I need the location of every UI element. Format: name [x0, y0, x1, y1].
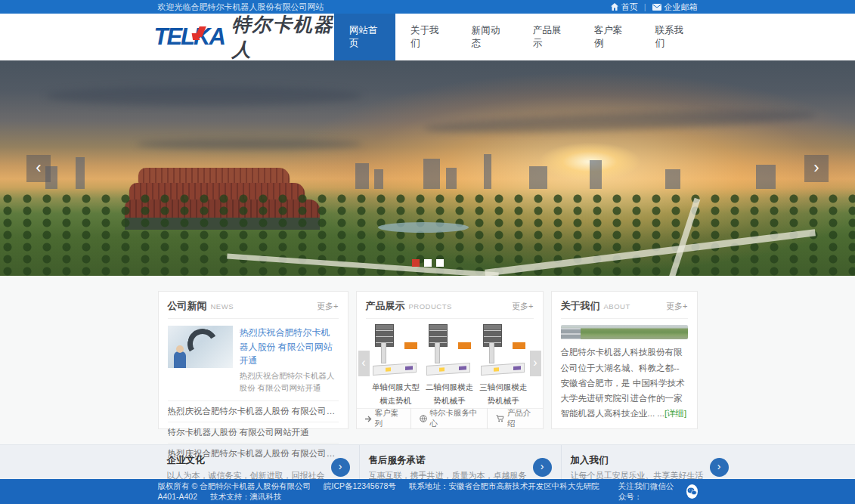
feature-arrow-button[interactable]: ›: [710, 458, 729, 477]
worker-graphic: [174, 351, 186, 368]
news-featured-desc: 热烈庆祝合肥特尔卡机器人股份 有限公司网站开通: [240, 370, 339, 394]
wechat-icon[interactable]: [686, 484, 698, 499]
news-more-link[interactable]: 更多+: [317, 301, 338, 312]
about-title-en: ABOUT: [604, 302, 630, 311]
cart-icon: [496, 415, 504, 422]
news-featured-item[interactable]: 热烈庆祝合肥特尔卡机器人股份 有限公司网站开通 热烈庆祝合肥特尔卡机器人股份 有…: [168, 319, 339, 399]
slider-dot-2[interactable]: [424, 259, 432, 267]
globe-icon: [420, 415, 427, 422]
product-name: 单轴伺服大型横走势机: [372, 381, 420, 408]
hero-next-arrow[interactable]: ›: [804, 155, 829, 182]
service-center-link[interactable]: 特尔卡服务中心: [410, 408, 487, 429]
feature-arrow-button[interactable]: ›: [533, 458, 552, 477]
products-title-cn: 产品展示: [366, 299, 405, 313]
product-image: [372, 324, 419, 377]
nav-item-products[interactable]: 产品展示: [518, 14, 579, 60]
about-card-header: 关于我们 ABOUT 更多+: [561, 299, 688, 319]
hero-cloud: [136, 139, 363, 150]
news-title-cn: 公司新闻: [168, 299, 207, 313]
product-intro-link[interactable]: 产品介绍: [487, 408, 543, 429]
product-item-2[interactable]: 二轴伺服横走势机械手: [426, 324, 473, 408]
hero-lake: [378, 222, 469, 233]
about-card: 关于我们 ABOUT 更多+ 合肥特尔卡机器人科技股份有限公司位于大湖名城、科教…: [551, 291, 698, 429]
news-title-en: NEWS: [211, 302, 234, 311]
footer-support[interactable]: 技术支持：澳讯科技: [210, 492, 282, 501]
about-detail-link[interactable]: [详细]: [664, 409, 686, 418]
robot-arm-graphic: [184, 326, 220, 362]
home-icon: [611, 3, 618, 11]
news-list-item[interactable]: 热烈庆祝合肥特尔卡机器人股份 有限公司网站开通: [168, 400, 339, 422]
logo-en-text: TELKA: [154, 23, 225, 51]
nav-item-news[interactable]: 新闻动态: [457, 14, 518, 60]
footer: 版权所有 © 合肥特尔卡机器人股份有限公司 皖ICP备12345678号 联系地…: [0, 479, 855, 504]
logo-cn-text: 特尔卡机器人: [232, 12, 334, 62]
product-image: [480, 324, 527, 377]
footer-icp[interactable]: 皖ICP备12345678号: [324, 481, 396, 490]
topbar-mail-link[interactable]: 企业邮箱: [652, 2, 698, 13]
content-cards: 公司新闻 NEWS 更多+ 热烈庆祝合肥特尔卡机器人股份 有限公司网站开通 热烈…: [0, 276, 855, 429]
products-card: 产品展示 PRODUCTS 更多+ ‹ 单轴伺服大型横走势机: [356, 291, 544, 429]
products-prev-arrow[interactable]: ‹: [358, 351, 370, 376]
header: TELKA 特尔卡机器人 网站首页 关于我们 新闻动态 产品展示 客户案例 联系…: [0, 14, 855, 60]
products-quick-links: 客户案列 特尔卡服务中心 产品介绍: [357, 408, 543, 428]
products-more-link[interactable]: 更多+: [512, 301, 533, 312]
slider-dot-3[interactable]: [436, 259, 444, 267]
nav-item-cases[interactable]: 客户案例: [579, 14, 640, 60]
company-campus-image: [561, 325, 688, 339]
hero-cloud: [423, 107, 816, 137]
nav-item-contact[interactable]: 联系我们: [640, 14, 702, 60]
topbar-welcome-text: 欢迎光临合肥特尔卡机器人股份有限公司网站: [158, 2, 324, 13]
main-nav: 网站首页 关于我们 新闻动态 产品展示 客户案例 联系我们: [334, 14, 701, 60]
feature-title: 售后服务承诺: [369, 454, 527, 467]
topbar-separator: |: [644, 2, 646, 11]
slider-dot-1[interactable]: [412, 259, 420, 267]
footer-info: 版权所有 © 合肥特尔卡机器人股份有限公司 皖ICP备12345678号 联系地…: [158, 481, 618, 502]
products-carousel: ‹ 单轴伺服大型横走势机 二轴伺服横走势机械手: [357, 319, 543, 408]
products-next-arrow[interactable]: ›: [530, 351, 541, 376]
page: 欢迎光临合肥特尔卡机器人股份有限公司网站 首页 | 企业邮箱: [0, 0, 855, 504]
hero-cloud: [45, 86, 363, 106]
product-name: 三轴伺服横走势机械手: [479, 381, 527, 408]
news-card-header: 公司新闻 NEWS 更多+: [168, 299, 339, 319]
product-item-3[interactable]: 三轴伺服横走势机械手: [479, 324, 527, 408]
nav-item-home[interactable]: 网站首页: [334, 14, 395, 60]
about-text: 合肥特尔卡机器人科技股份有限公司位于大湖名城、科教之都--安徽省合肥市，是 中国…: [561, 345, 688, 421]
feature-title: 加入我们: [571, 454, 704, 467]
nav-item-about[interactable]: 关于我们: [395, 14, 457, 60]
product-name: 二轴伺服横走势机械手: [426, 381, 473, 408]
news-card: 公司新闻 NEWS 更多+ 热烈庆祝合肥特尔卡机器人股份 有限公司网站开通 热烈…: [158, 291, 349, 429]
hero-prev-arrow[interactable]: ‹: [26, 155, 51, 182]
mail-icon: [652, 4, 661, 11]
footer-wechat-label: 关注我们微信公众号：: [618, 481, 681, 502]
news-thumbnail-image: [168, 326, 233, 368]
customer-cases-link[interactable]: 客户案列: [357, 408, 410, 429]
products-card-header: 产品展示 PRODUCTS 更多+: [366, 299, 534, 319]
topbar-mail-label: 企业邮箱: [664, 2, 698, 13]
news-list-item[interactable]: 特尔卡机器人股份 有限公司网站开通: [168, 422, 339, 443]
feature-title: 企业文化: [167, 454, 325, 467]
product-item-1[interactable]: 单轴伺服大型横走势机: [372, 324, 420, 408]
topbar-home-link[interactable]: 首页: [611, 2, 638, 13]
about-more-link[interactable]: 更多+: [666, 301, 687, 312]
topbar: 欢迎光临合肥特尔卡机器人股份有限公司网站 首页 | 企业邮箱: [0, 0, 855, 14]
feature-arrow-button[interactable]: ›: [331, 458, 350, 477]
news-featured-title[interactable]: 热烈庆祝合肥特尔卡机器人股份 有限公司网站开通: [240, 326, 339, 368]
about-title-cn: 关于我们: [561, 299, 600, 313]
hero-pagination: [0, 259, 855, 267]
product-image: [426, 324, 472, 377]
footer-copyright: 版权所有 © 合肥特尔卡机器人股份有限公司: [158, 481, 311, 490]
arrow-right-icon: [365, 416, 372, 422]
topbar-home-label: 首页: [621, 2, 638, 13]
products-title-en: PRODUCTS: [409, 302, 452, 311]
logo[interactable]: TELKA 特尔卡机器人: [154, 12, 335, 62]
hero-slider: ‹ ›: [0, 60, 855, 276]
